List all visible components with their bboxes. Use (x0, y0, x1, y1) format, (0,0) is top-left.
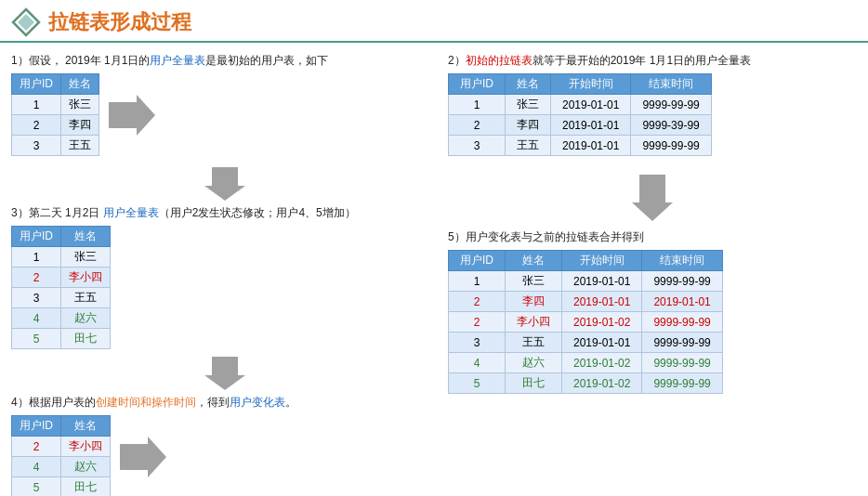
section-3: 3）第二天 1月2日 用户全量表（用户2发生状态修改；用户4、5增加） 用户ID… (11, 204, 439, 349)
table-row: 2李小四 (12, 437, 111, 457)
table-row: 3王五2019-01-019999-99-99 (449, 333, 723, 353)
arrow-right-icon (109, 95, 155, 136)
table-row: 3王五 (12, 288, 111, 308)
svg-marker-7 (632, 175, 673, 221)
col-name: 姓名 (61, 74, 99, 95)
section-5-label: 5）用户变化表与之前的拉链表合并得到 (448, 228, 857, 245)
section-1-table: 用户ID 姓名 1张三 2李四 3王五 (11, 73, 99, 156)
table-row: 4赵六 (12, 308, 111, 329)
right-column: 2）初始的拉链表就等于最开始的2019年 1月1日的用户全量表 用户ID 姓名 … (448, 52, 857, 496)
table-row: 2李小四2019-01-029999-99-99 (449, 312, 723, 333)
section-2: 2）初始的拉链表就等于最开始的2019年 1月1日的用户全量表 用户ID 姓名 … (448, 52, 857, 156)
section-1-row: 用户ID 姓名 1张三 2李四 3王五 (11, 73, 439, 160)
table-row: 1张三 (12, 95, 99, 115)
table-row: 1张三 (12, 247, 111, 268)
svg-marker-5 (204, 357, 245, 390)
left-column: 1）假设， 2019年 1月1日的用户全量表是最初始的用户表，如下 用户ID 姓… (11, 52, 439, 496)
svg-marker-4 (204, 167, 245, 201)
arrow-down-icon (204, 167, 245, 201)
main-content: 1）假设， 2019年 1月1日的用户全量表是最初始的用户表，如下 用户ID 姓… (0, 52, 868, 496)
arrow-down-2 (11, 357, 439, 390)
section-4-table: 用户ID 姓名 2李小四 4赵六 5田七 (11, 415, 111, 496)
section-5: 5）用户变化表与之前的拉链表合并得到 用户ID 姓名 开始时间 结束时间 1张三… (448, 228, 857, 394)
section-2-label: 2）初始的拉链表就等于最开始的2019年 1月1日的用户全量表 (448, 52, 857, 69)
section-1-label: 1）假设， 2019年 1月1日的用户全量表是最初始的用户表，如下 (11, 52, 439, 69)
logo-icon (11, 7, 41, 37)
table-row: 5田七2019-01-029999-99-99 (449, 373, 723, 394)
table-row: 4赵六2019-01-029999-99-99 (449, 353, 723, 373)
table-row: 4赵六 (12, 457, 111, 477)
table-row: 2李四2019-01-012019-01-01 (449, 292, 723, 312)
section-2-table: 用户ID 姓名 开始时间 结束时间 1张三2019-01-019999-99-9… (448, 73, 712, 156)
section-4-label: 4）根据用户表的创建时间和操作时间，得到用户变化表。 (11, 394, 439, 411)
col-userid: 用户ID (12, 74, 61, 95)
table-row: 1张三2019-01-019999-99-99 (449, 271, 723, 292)
page-title: 拉链表形成过程 (48, 8, 191, 36)
svg-marker-3 (109, 95, 155, 136)
table-row: 5田七 (12, 477, 111, 497)
table-row: 1张三2019-01-019999-99-99 (449, 95, 712, 115)
arrow-down-icon-right (632, 175, 673, 221)
section-3-label: 3）第二天 1月2日 用户全量表（用户2发生状态修改；用户4、5增加） (11, 204, 439, 221)
table-row: 2李小四 (12, 268, 111, 288)
section-4: 4）根据用户表的创建时间和操作时间，得到用户变化表。 用户ID 姓名 2李小四 (11, 394, 439, 496)
header: 拉链表形成过程 (0, 0, 868, 43)
table-row: 3王五2019-01-019999-99-99 (449, 136, 712, 156)
arrow-down-right (448, 175, 857, 221)
arrow-right-icon-2 (120, 437, 166, 477)
section-3-table: 用户ID 姓名 1张三 2李小四 3王五 4赵六 (11, 226, 111, 349)
table-row: 5田七 (12, 329, 111, 349)
section-4-row: 用户ID 姓名 2李小四 4赵六 5田七 (11, 415, 439, 496)
table-row: 3王五 (12, 136, 99, 156)
arrow-down-1 (11, 167, 439, 201)
section-1: 1）假设， 2019年 1月1日的用户全量表是最初始的用户表，如下 用户ID 姓… (11, 52, 439, 160)
table-row: 2李四 (12, 115, 99, 136)
svg-marker-6 (120, 437, 166, 477)
arrow-down-icon-2 (204, 357, 245, 390)
table-row: 2李四2019-01-019999-39-99 (449, 115, 712, 136)
section-5-table: 用户ID 姓名 开始时间 结束时间 1张三2019-01-019999-99-9… (448, 250, 723, 394)
